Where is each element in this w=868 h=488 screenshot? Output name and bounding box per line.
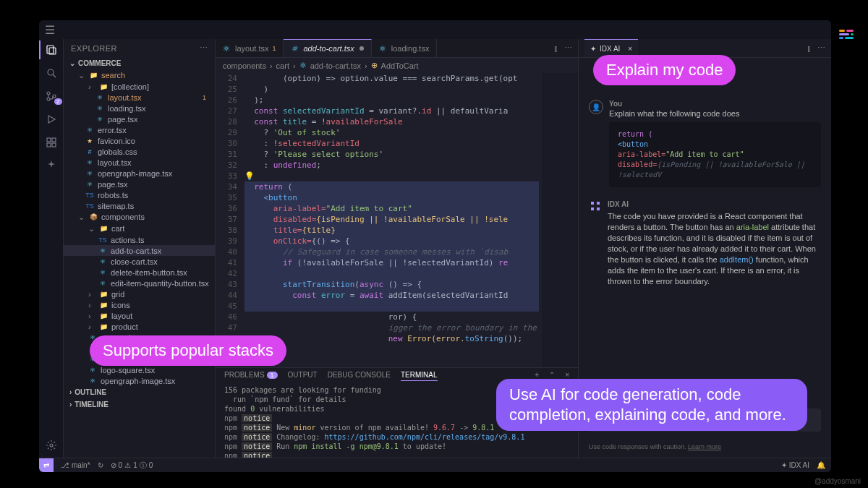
extensions-icon[interactable] xyxy=(45,136,58,149)
learn-more-link[interactable]: Learn more xyxy=(688,443,721,450)
folder-icon: 📁 xyxy=(89,71,98,80)
more-icon[interactable]: ⋯ xyxy=(817,43,825,53)
explorer-icon[interactable] xyxy=(45,43,58,56)
code-content[interactable]: (option) => option.value === searchParam… xyxy=(244,73,539,367)
callout-stacks: Supports popular stacks xyxy=(90,335,286,366)
file-add-to-cart[interactable]: ⚛add-to-cart.tsx xyxy=(64,245,215,256)
react-icon: ⚛ xyxy=(88,366,97,374)
ai-user-message: 👤 You Explain what the following code do… xyxy=(589,100,821,187)
file-error-tsx[interactable]: ⚛error.tsx xyxy=(64,124,215,135)
react-icon: ⚛ xyxy=(98,257,107,266)
sparkle-icon: ✦ xyxy=(590,45,596,53)
folder-icon: 📦 xyxy=(89,213,98,221)
minimap[interactable] xyxy=(542,73,578,367)
svg-point-3 xyxy=(47,92,50,95)
activity-bar: 2 xyxy=(39,39,64,458)
sync-button[interactable]: ↻ xyxy=(98,461,103,469)
file-loading-tsx[interactable]: ⚛loading.tsx xyxy=(64,103,215,114)
file-close-cart[interactable]: ⚛close-cart.tsx xyxy=(64,256,215,267)
code-editor[interactable]: 2425262728293031323334353637383940414243… xyxy=(216,73,578,367)
folder-grid[interactable]: ›📁grid xyxy=(64,288,215,299)
tab-layout[interactable]: ⚛layout.tsx1 xyxy=(216,39,284,57)
more-icon[interactable]: ⋯ xyxy=(200,43,208,53)
folder-cart[interactable]: ⌄📁cart xyxy=(64,223,215,234)
problems-status[interactable]: ⊘ 0 ⚠ 1 ⓘ 0 xyxy=(111,461,153,471)
notifications-icon[interactable]: 🔔 xyxy=(817,461,825,469)
react-icon: ⚛ xyxy=(98,279,107,288)
file-sitemap[interactable]: TSsitemap.ts xyxy=(64,200,215,211)
folder-icon: 📁 xyxy=(99,290,108,299)
ts-icon: TS xyxy=(98,236,107,244)
file-actions[interactable]: TSactions.ts xyxy=(64,234,215,245)
tab-output[interactable]: OUTPUT xyxy=(288,371,318,381)
react-icon: ⚛ xyxy=(95,93,104,102)
ai-caution: Use code responses with caution. Learn m… xyxy=(589,443,821,450)
svg-rect-9 xyxy=(52,143,56,147)
close-icon[interactable]: × xyxy=(628,45,632,53)
file-delete-item[interactable]: ⚛delete-item-button.tsx xyxy=(64,267,215,278)
react-icon: ⚛ xyxy=(85,169,94,178)
ai-user-label: You xyxy=(609,100,821,108)
tab-loading[interactable]: ⚛loading.tsx xyxy=(372,39,438,57)
file-og-image-2[interactable]: ⚛opengraph-image.tsx xyxy=(64,375,215,386)
react-icon: ⚛ xyxy=(98,247,107,255)
source-control-icon[interactable]: 2 xyxy=(45,90,58,103)
react-icon: ⚛ xyxy=(379,44,388,53)
git-branch[interactable]: ⎇ main* xyxy=(61,461,90,469)
breadcrumbs[interactable]: components› cart› ⚛add-to-cart.tsx› ⊕Add… xyxy=(216,58,578,73)
svg-rect-15 xyxy=(839,37,843,39)
folder-collection[interactable]: ›📁[collection] xyxy=(64,81,215,92)
file-og-image[interactable]: ⚛opengraph-image.tsx xyxy=(64,168,215,179)
timeline-section[interactable]: ›TIMELINE xyxy=(64,398,215,411)
folder-search[interactable]: ⌄📁search xyxy=(64,69,215,81)
star-icon: ★ xyxy=(85,137,94,145)
menu-icon[interactable]: ☰ xyxy=(45,23,55,37)
ts-icon: TS xyxy=(85,191,94,200)
tab-add-to-cart[interactable]: ⚛add-to-cart.tsx xyxy=(284,39,371,57)
svg-rect-0 xyxy=(47,46,54,53)
folder-product[interactable]: ›📁product xyxy=(64,321,215,332)
tab-debug-console[interactable]: DEBUG CONSOLE xyxy=(328,371,391,381)
layout-icon[interactable]: ⫿ xyxy=(807,44,812,53)
idx-ai-status[interactable]: ✦ IDX AI xyxy=(781,461,809,469)
svg-rect-13 xyxy=(839,33,849,35)
file-robots[interactable]: TSrobots.ts xyxy=(64,189,215,200)
split-editor-icon[interactable]: ⫿ xyxy=(554,44,558,53)
outline-section[interactable]: ›OUTLINE xyxy=(64,386,215,398)
react-icon: ⚛ xyxy=(85,126,94,134)
file-edit-item[interactable]: ⚛edit-item-quantity-button.tsx xyxy=(64,278,215,288)
ai-icon[interactable] xyxy=(45,159,58,172)
react-icon: ⚛ xyxy=(85,180,94,189)
folder-components[interactable]: ⌄📦components xyxy=(64,211,215,223)
svg-point-4 xyxy=(47,98,50,100)
ts-icon: TS xyxy=(85,202,94,210)
settings-icon[interactable] xyxy=(45,439,58,452)
file-layout-tsx[interactable]: ⚛layout.tsx1 xyxy=(64,92,215,103)
folder-icons[interactable]: ›📁icons xyxy=(64,299,215,310)
folder-layout[interactable]: ›📁layout xyxy=(64,310,215,321)
react-icon: ⚛ xyxy=(85,158,94,167)
ai-user-text: Explain what the following code does xyxy=(609,109,821,118)
file-globals-css[interactable]: #globals.css xyxy=(64,146,215,157)
search-icon[interactable] xyxy=(45,67,58,80)
debug-icon[interactable] xyxy=(45,113,58,126)
file-favicon[interactable]: ★favicon.ico xyxy=(64,135,215,146)
callout-explain: Explain my code xyxy=(593,55,736,85)
svg-rect-7 xyxy=(52,138,56,142)
file-page-tsx[interactable]: ⚛page.tsx xyxy=(64,114,215,124)
react-icon: ⚛ xyxy=(95,115,104,124)
tab-problems[interactable]: PROBLEMS1 xyxy=(224,371,278,381)
modified-dot-icon xyxy=(359,46,364,51)
file-page-tsx-2[interactable]: ⚛page.tsx xyxy=(64,179,215,189)
svg-rect-16 xyxy=(845,37,854,39)
file-logo-square[interactable]: ⚛logo-square.tsx xyxy=(64,364,215,375)
scm-badge: 2 xyxy=(54,98,61,105)
css-icon: # xyxy=(85,147,94,156)
tab-terminal[interactable]: TERMINAL xyxy=(401,371,438,381)
more-icon[interactable]: ⋯ xyxy=(564,43,572,53)
svg-rect-6 xyxy=(47,138,51,142)
file-layout-tsx-2[interactable]: ⚛layout.tsx xyxy=(64,157,215,168)
svg-rect-11 xyxy=(839,30,845,32)
remote-indicator[interactable]: ⇄ xyxy=(39,458,54,472)
tree-root[interactable]: ⌄COMMERCE xyxy=(64,57,215,69)
